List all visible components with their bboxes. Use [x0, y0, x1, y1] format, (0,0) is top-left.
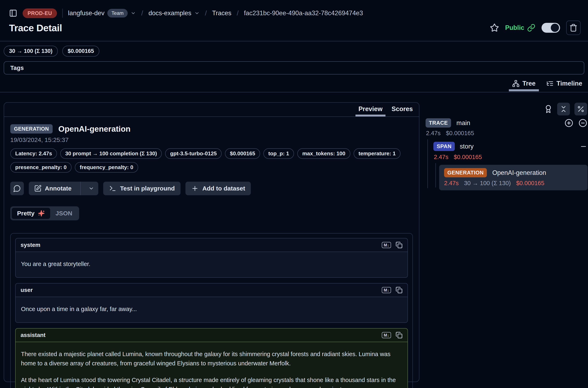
- collapse-all-button[interactable]: [557, 103, 570, 115]
- divider: [62, 9, 63, 18]
- chevron-down-icon: [194, 10, 200, 16]
- markdown-toggle-icon[interactable]: M↓: [382, 287, 391, 293]
- max-tokens-chip: max_tokens: 100: [297, 148, 350, 159]
- observation-type-badge: GENERATION: [10, 124, 53, 134]
- tree-connector-line: [428, 139, 428, 188]
- user-message: user M↓ Once upon a time in a galaxy far…: [15, 283, 408, 323]
- tree-connector-line: [435, 163, 436, 187]
- comment-icon: [13, 185, 21, 192]
- public-toggle[interactable]: [542, 23, 560, 33]
- copy-icon[interactable]: [396, 242, 403, 248]
- breadcrumb-separator: /: [237, 9, 239, 17]
- span-metrics: 2.47s $0.000165: [434, 154, 482, 160]
- presence-penalty-chip: presence_penalty: 0: [10, 162, 71, 173]
- latency-chip: Latency: 2.47s: [10, 148, 57, 159]
- observation-name: OpenAI-generation: [58, 124, 131, 134]
- temperature-chip: temperature: 1: [354, 148, 401, 159]
- scores-award-icon[interactable]: [544, 104, 553, 114]
- collapse-all-circle-icon[interactable]: [579, 119, 587, 127]
- model-chip: gpt-3.5-turbo-0125: [165, 148, 222, 159]
- annotate-dropdown-button[interactable]: [84, 182, 98, 195]
- breadcrumb-env-selector[interactable]: docs-examples: [148, 9, 200, 17]
- breadcrumb-separator: /: [205, 9, 207, 17]
- collapse-node-icon[interactable]: [580, 143, 587, 150]
- percent-icon: [577, 105, 585, 113]
- tags-label: Tags: [10, 65, 24, 71]
- trace-metrics: 2.47s $0.000165: [426, 130, 474, 137]
- breadcrumb-separator: /: [141, 9, 143, 17]
- tree-node-trace[interactable]: TRACE main: [426, 118, 587, 127]
- breadcrumb-traces-link[interactable]: Traces: [212, 9, 231, 17]
- chevron-down-icon: [89, 186, 94, 191]
- terminal-icon: [109, 185, 116, 192]
- active-tab-indicator: [356, 115, 385, 117]
- tab-tree[interactable]: Tree: [512, 80, 536, 91]
- breadcrumb-trace-id: fac231bc-90ee-490a-aa32-78c4269474e3: [244, 9, 363, 17]
- public-link[interactable]: Public: [505, 24, 535, 32]
- timeline-icon: [546, 80, 554, 87]
- generation-type-badge: GENERATION: [444, 168, 487, 177]
- edit-icon: [34, 185, 42, 192]
- message-role-label: system: [21, 242, 41, 248]
- tab-timeline[interactable]: Timeline: [546, 80, 582, 91]
- copy-icon[interactable]: [396, 332, 403, 339]
- page-title: Trace Detail: [9, 22, 62, 34]
- trace-tokens-chip: 30 → 100 (Σ 130): [4, 46, 58, 57]
- tab-scores[interactable]: Scores: [392, 105, 413, 117]
- frequency-penalty-chip: frequency_penalty: 0: [75, 162, 138, 173]
- system-message: system M↓ You are a great storyteller.: [15, 238, 408, 278]
- toggle-knob: [551, 24, 559, 32]
- messages-container: system M↓ You are a great storyteller. u…: [10, 233, 413, 388]
- copy-icon[interactable]: [396, 287, 403, 293]
- delete-trace-button[interactable]: [566, 21, 581, 35]
- generation-metrics: 2.47s 30 → 100 (Σ 130) $0.000165: [444, 180, 583, 187]
- observation-timestamp: 19/03/2024, 15:25:37: [10, 136, 413, 143]
- breadcrumb: PROD-EU langfuse-dev Team / docs-example…: [9, 6, 580, 20]
- tokens-chip: 30 prompt → 100 completion (Σ 130): [60, 148, 162, 159]
- message-role-label: assistant: [21, 332, 45, 339]
- tags-input[interactable]: Tags: [4, 61, 584, 74]
- fold-vertical-icon: [560, 105, 567, 113]
- cost-chip: $0.000165: [225, 148, 260, 159]
- chevron-down-icon: [131, 10, 136, 16]
- trace-tree-sidebar: TRACE main 2.47s $0.000165 SPAN story 2.…: [424, 102, 588, 382]
- metrics-percent-button[interactable]: [574, 103, 587, 115]
- assistant-message: assistant M↓ There existed a majestic pl…: [15, 328, 408, 388]
- sidebar-toggle-icon[interactable]: [9, 9, 17, 17]
- divider: [0, 41, 588, 41]
- link-icon: [527, 24, 535, 32]
- message-content: Once upon a time in a galaxy far, far aw…: [16, 297, 407, 322]
- json-toggle[interactable]: JSON: [50, 208, 78, 219]
- bookmark-star-icon[interactable]: [490, 23, 499, 32]
- breadcrumb-project[interactable]: langfuse-dev Team: [68, 9, 136, 18]
- pretty-toggle[interactable]: Pretty: [12, 208, 50, 219]
- message-content: You are a great storyteller.: [16, 252, 407, 277]
- tab-preview[interactable]: Preview: [358, 105, 383, 117]
- markdown-toggle-icon[interactable]: M↓: [382, 242, 391, 248]
- active-tab-indicator: [509, 89, 539, 91]
- message-role-label: user: [21, 287, 33, 293]
- span-type-badge: SPAN: [433, 142, 455, 151]
- markdown-toggle-icon[interactable]: M↓: [382, 332, 391, 338]
- trace-cost-chip: $0.000165: [62, 46, 99, 57]
- trace-detail-page: PROD-EU langfuse-dev Team / docs-example…: [0, 0, 588, 388]
- org-plan-badge: Team: [107, 9, 128, 18]
- add-to-dataset-button[interactable]: Add to dataset: [185, 182, 251, 195]
- test-in-playground-button[interactable]: Test in playground: [103, 182, 181, 195]
- message-content: There existed a majestic planet called L…: [16, 342, 407, 388]
- annotate-button[interactable]: Annotate: [29, 182, 98, 195]
- comments-button[interactable]: [10, 182, 24, 195]
- sparkles-icon: [38, 210, 45, 217]
- observation-panel: Preview Scores GENERATION OpenAI-generat…: [4, 102, 419, 382]
- tree-node-span[interactable]: SPAN story: [433, 142, 587, 151]
- trash-icon: [569, 24, 578, 32]
- trace-type-badge: TRACE: [426, 118, 451, 127]
- divider: [0, 92, 588, 92]
- observation-meta-badges: Latency: 2.47s 30 prompt → 100 completio…: [10, 148, 413, 173]
- plus-icon: [191, 185, 199, 192]
- expand-all-icon[interactable]: [565, 119, 573, 127]
- environment-badge[interactable]: PROD-EU: [23, 8, 57, 18]
- tree-icon: [512, 80, 520, 87]
- top-p-chip: top_p: 1: [263, 148, 294, 159]
- tree-node-generation-selected[interactable]: GENERATION OpenAI-generation 2.47s 30 → …: [439, 165, 588, 190]
